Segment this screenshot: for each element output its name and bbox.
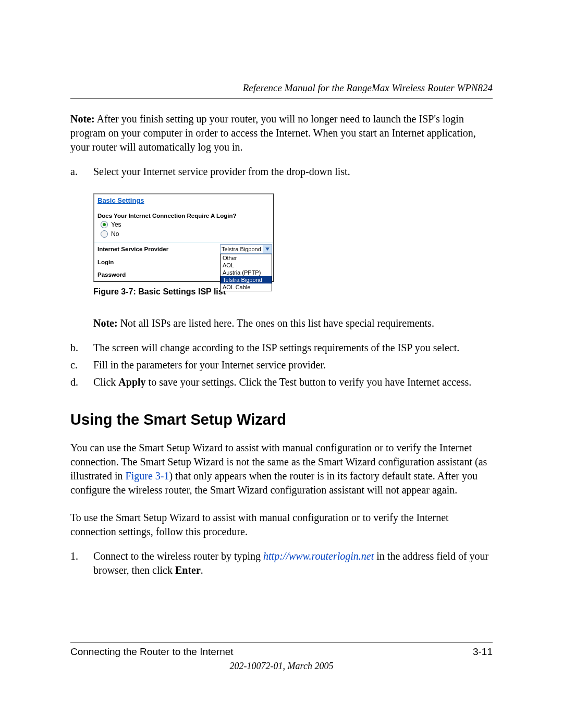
numbered-steps: 1. Connect to the wireless router by typ… [70,549,493,577]
step-d-text: Click Apply to save your settings. Click… [93,375,471,389]
section-p2: To use the Smart Setup Wizard to assist … [70,511,493,539]
step-b-marker: b. [70,341,93,355]
step-d-bold: Apply [118,376,145,388]
page-footer: Connecting the Router to the Internet 3-… [70,643,493,672]
radio-yes-label: Yes [111,221,121,228]
note-paragraph-2: Note: Not all ISPs are listed here. The … [93,316,493,330]
step-a: a. Select your Internet service provider… [70,165,493,179]
step-c-marker: c. [70,358,93,372]
figure-caption: Figure 3-7: Basic Settings ISP list [93,287,493,297]
step-d: d. Click Apply to save your settings. Cl… [70,375,493,389]
step-d-marker: d. [70,375,93,389]
note-paragraph-1: Note: After you finish setting up your r… [70,112,493,154]
login-question: Does Your Internet Connection Require A … [94,212,273,220]
step-c-text: Fill in the parameters for your Internet… [93,358,326,372]
running-header: Reference Manual for the RangeMax Wirele… [70,82,493,94]
isp-label: Internet Service Provider [97,246,220,252]
footer-rule [70,643,493,643]
basic-settings-title: Basic Settings [94,194,273,212]
password-label: Password [97,272,226,278]
routerlogin-url-link[interactable]: http://www.routerlogin.net [263,550,374,562]
note-label-2: Note: [93,317,118,329]
figure-3-7: Basic Settings Does Your Internet Connec… [93,193,493,297]
isp-option-aol[interactable]: AOL [221,262,272,269]
footer-right: 3-11 [473,646,493,658]
note-text-2: Not all ISPs are listed here. The ones o… [118,317,434,329]
radio-yes[interactable] [101,221,108,228]
isp-select[interactable]: Telstra Bigpond Other AOL Austria (PPTP)… [220,244,272,254]
note-label-1: Note: [70,113,95,125]
isp-row: Internet Service Provider Telstra Bigpon… [94,242,273,256]
figure-3-1-link[interactable]: Figure 3-1 [126,470,169,482]
login-label: Login [97,259,226,265]
step-1: 1. Connect to the wireless router by typ… [70,549,493,577]
step-1-a: Connect to the wireless router by typing [93,550,263,562]
step-1-c: . [201,564,203,576]
radio-no-row[interactable]: No [94,229,273,239]
isp-options-list[interactable]: Other AOL Austria (PPTP) Telstra Bigpond… [220,254,272,291]
isp-select-value: Telstra Bigpond [221,246,263,252]
radio-yes-row[interactable]: Yes [94,220,273,229]
header-rule [70,98,493,98]
step-1-bold: Enter [175,564,201,576]
step-b-text: The screen will change according to the … [93,341,459,355]
footer-line: Connecting the Router to the Internet 3-… [70,646,493,658]
radio-no-label: No [111,230,119,238]
radio-no[interactable] [101,230,108,238]
basic-settings-panel: Basic Settings Does Your Internet Connec… [93,193,274,282]
chevron-down-icon[interactable] [263,245,272,253]
step-d-post: to save your settings. Click the Test bu… [146,376,472,388]
isp-option-austria[interactable]: Austria (PPTP) [221,269,272,276]
section-p1: You can use the Smart Setup Wizard to as… [70,441,493,497]
step-c: c. Fill in the parameters for your Inter… [70,358,493,372]
step-b: b. The screen will change according to t… [70,341,493,355]
step-d-pre: Click [93,376,118,388]
note-text-1: After you finish setting up your router,… [70,113,476,153]
isp-option-telstra[interactable]: Telstra Bigpond [221,276,272,283]
step-a-text: Select your Internet service provider fr… [93,165,350,179]
footer-left: Connecting the Router to the Internet [70,646,234,658]
isp-option-other[interactable]: Other [221,254,272,262]
steps-list-bcd: b. The screen will change according to t… [70,341,493,389]
footer-sub: 202-10072-01, March 2005 [70,661,493,672]
steps-list-a: a. Select your Internet service provider… [70,165,493,179]
section-heading: Using the Smart Setup Wizard [70,411,493,428]
page: Reference Manual for the RangeMax Wirele… [0,0,563,728]
isp-option-aolcable[interactable]: AOL Cable [221,283,272,291]
step-a-marker: a. [70,165,93,179]
step-1-text: Connect to the wireless router by typing… [93,549,493,577]
step-1-marker: 1. [70,549,93,577]
